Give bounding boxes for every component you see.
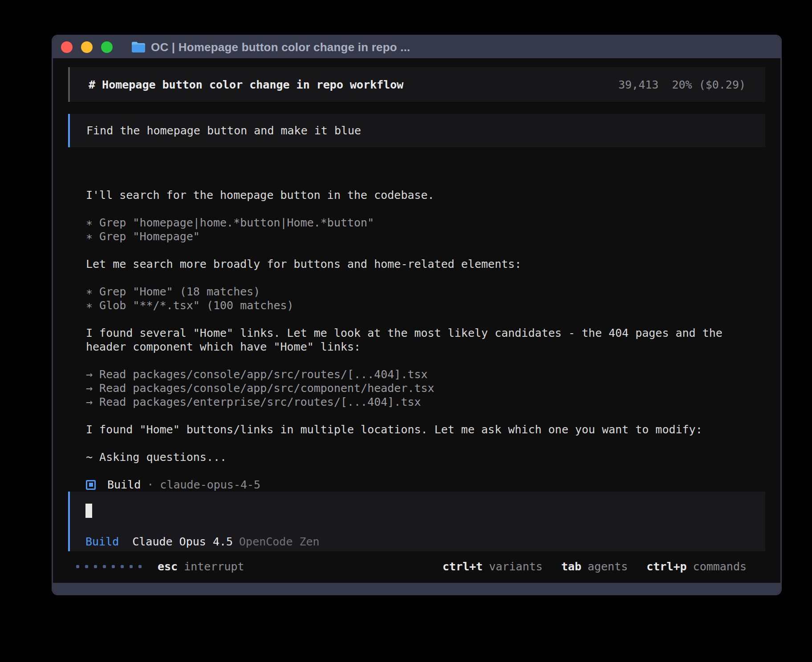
input-provider-label: OpenCode Zen	[239, 535, 320, 549]
hint-label: agents	[588, 560, 628, 573]
input-status-row: Build Claude Opus 4.5 OpenCode Zen	[85, 535, 765, 549]
spinner-dot	[112, 565, 115, 568]
spinner-dot	[130, 565, 133, 568]
hint-key: tab	[561, 560, 581, 573]
agent-separator: ·	[147, 478, 154, 492]
session-title: # Homepage button color change in repo w…	[89, 78, 403, 92]
transcript-line	[86, 436, 765, 450]
hint-key: ctrl+p	[646, 560, 686, 573]
window-title: OC | Homepage button color change in rep…	[151, 40, 410, 54]
input-model-label[interactable]: Claude Opus 4.5	[132, 535, 233, 549]
spinner-dot	[76, 565, 79, 568]
footer-right: ctrl+tvariantstabagentsctrl+pcommands	[443, 560, 747, 573]
zoom-button[interactable]	[101, 41, 113, 53]
transcript-line	[86, 354, 765, 367]
transcript-line	[86, 312, 765, 326]
user-message-text: Find the homepage button and make it blu…	[86, 124, 361, 137]
user-message: Find the homepage button and make it blu…	[68, 114, 765, 147]
transcript-line: → Read packages/enterprise/src/routes/[.…	[86, 395, 765, 409]
footer-left: esc interrupt	[76, 560, 244, 573]
transcript-line	[86, 243, 765, 257]
agent-model: claude-opus-4-5	[160, 478, 260, 492]
agent-build-icon	[86, 480, 96, 490]
session-metrics: 39,413 20% ($0.29)	[618, 78, 746, 92]
esc-key: esc	[158, 560, 178, 573]
input-agent-label[interactable]: Build	[85, 535, 119, 549]
minimize-button[interactable]	[81, 41, 93, 53]
window-bottom-chrome	[53, 583, 780, 594]
spinner-dot	[85, 565, 88, 568]
window-titlebar[interactable]: OC | Homepage button color change in rep…	[53, 36, 780, 58]
hint-variants: ctrl+tvariants	[443, 560, 543, 573]
hint-key: ctrl+t	[443, 560, 483, 573]
transcript-line	[86, 409, 765, 423]
esc-hint: esc interrupt	[158, 560, 244, 573]
terminal-content: # Homepage button color change in repo w…	[53, 58, 780, 583]
close-button[interactable]	[61, 41, 73, 53]
transcript-line	[86, 271, 765, 285]
transcript-line: → Read packages/console/app/src/routes/[…	[86, 367, 765, 381]
spinner-dot	[121, 565, 124, 568]
transcript: I'll search for the homepage button in t…	[86, 188, 765, 478]
transcript-line: ∗ Grep "homepage|home.*button|Home.*butt…	[86, 216, 765, 230]
esc-label: interrupt	[184, 560, 244, 573]
working-spinner-dots	[76, 565, 142, 568]
transcript-line: ∗ Glob "**/*.tsx" (100 matches)	[86, 299, 765, 312]
transcript-line: Let me search more broadly for buttons a…	[86, 257, 765, 271]
agent-status-line: Build · claude-opus-4-5	[86, 478, 765, 492]
spinner-dot	[103, 565, 106, 568]
footer-hints-bar: esc interrupt ctrl+tvariantstabagentsctr…	[68, 560, 765, 573]
agent-name: Build	[107, 478, 141, 492]
hint-agents: tabagents	[561, 560, 628, 573]
hint-label: commands	[693, 560, 747, 573]
prompt-input[interactable]: Build Claude Opus 4.5 OpenCode Zen	[68, 492, 765, 551]
session-header: # Homepage button color change in repo w…	[68, 67, 765, 102]
spinner-dot	[94, 565, 97, 568]
transcript-line: ∗ Grep "Home" (18 matches)	[86, 285, 765, 299]
transcript-line: I found several "Home" links. Let me loo…	[86, 326, 765, 354]
transcript-line	[86, 464, 765, 478]
transcript-line: ∗ Grep "Homepage"	[86, 230, 765, 243]
transcript-line: I found "Home" buttons/links in multiple…	[86, 423, 765, 436]
transcript-line: → Read packages/console/app/src/componen…	[86, 381, 765, 395]
hint-label: variants	[489, 560, 542, 573]
transcript-line: ~ Asking questions...	[86, 450, 765, 464]
transcript-line: I'll search for the homepage button in t…	[86, 188, 765, 202]
folder-icon	[131, 41, 146, 53]
text-cursor	[85, 504, 92, 518]
hint-commands: ctrl+pcommands	[646, 560, 747, 573]
spinner-dot	[138, 565, 142, 568]
terminal-window: OC | Homepage button color change in rep…	[52, 35, 782, 595]
transcript-line	[86, 202, 765, 216]
traffic-lights	[61, 41, 113, 53]
